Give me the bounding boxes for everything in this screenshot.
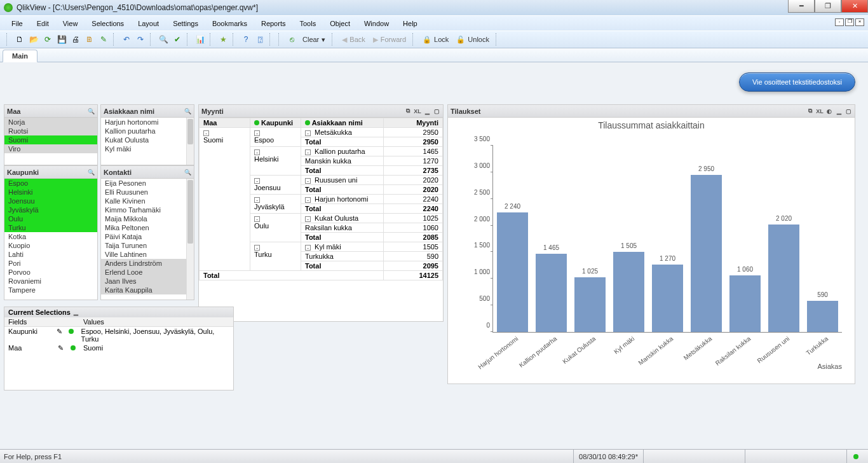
menu-bookmarks[interactable]: Bookmarks [207, 18, 252, 29]
edit-script-icon[interactable]: ✎ [98, 34, 109, 45]
pivot-myynti[interactable]: Myynti ⧉ XL ▁ ▢ Maa Kaupunki Asiakkaan n… [198, 104, 444, 322]
help-icon[interactable]: ? [240, 34, 252, 45]
menu-window[interactable]: Window [359, 18, 394, 29]
chart-bar[interactable]: 2 240 Harjun hortonomi [493, 146, 532, 332]
menu-layout[interactable]: Layout [133, 18, 164, 29]
search-icon[interactable]: 🔍 [158, 34, 169, 45]
list-item[interactable]: Kallion puutarha [101, 127, 194, 135]
collapse-icon[interactable]: - [203, 130, 209, 136]
xl-export-icon[interactable]: XL [816, 107, 824, 115]
menu-object[interactable]: Object [325, 18, 355, 29]
search-icon[interactable]: 🔍 [87, 169, 95, 176]
maximize-icon[interactable]: ▢ [844, 107, 852, 115]
export-addresses-button[interactable]: Vie osoitteet tekstitiedostoksi [739, 73, 855, 92]
collapse-icon[interactable]: - [305, 178, 311, 184]
list-item[interactable]: Kotka [4, 232, 97, 241]
detach-icon[interactable]: ⧉ [806, 107, 814, 115]
new-file-icon[interactable]: 🗋 [14, 34, 25, 45]
collapse-icon[interactable]: - [305, 216, 311, 222]
list-item[interactable]: Kukat Oulusta [101, 135, 194, 144]
collapse-icon[interactable]: - [254, 245, 260, 251]
collapse-icon[interactable]: - [254, 149, 260, 155]
list-item[interactable]: Kyl mäki [101, 144, 194, 153]
selection-check-icon[interactable]: ✔ [172, 34, 183, 45]
mdi-restore-button[interactable]: ❐ [845, 18, 854, 26]
list-item[interactable]: Espoo [4, 179, 97, 188]
chart-bar[interactable]: 1 505 Kyl mäki [609, 146, 648, 332]
list-item[interactable]: Taija Turunen [101, 241, 194, 250]
redo-icon[interactable]: ↷ [135, 34, 146, 45]
chart-bar[interactable]: 2 020 Ruususen uni [764, 146, 803, 332]
clear-all-icon[interactable]: ⎋ [286, 34, 297, 45]
list-item[interactable]: Joensuu [4, 197, 97, 205]
list-item[interactable]: Kalle Kivinen [101, 197, 194, 205]
list-item[interactable]: Ville Lahtinen [101, 250, 194, 259]
chart-bar[interactable]: 590 Turkukka [803, 146, 842, 332]
listbox-kontakti[interactable]: Kontakti🔍 Eija PesonenElli RuusunenKalle… [100, 165, 194, 300]
window-maximize-button[interactable]: ❐ [815, 0, 841, 13]
window-close-button[interactable]: ✕ [841, 0, 868, 13]
list-item[interactable]: Ruotsi [4, 127, 97, 135]
collapse-icon[interactable]: - [305, 245, 311, 251]
save-icon[interactable]: 💾 [56, 34, 67, 45]
minimize-icon[interactable]: ▁ [423, 107, 431, 115]
collapse-icon[interactable]: - [305, 130, 311, 136]
list-item[interactable]: Viro [4, 144, 97, 153]
listbox-kaupunki[interactable]: Kaupunki🔍 EspooHelsinkiJoensuuJyväskyläO… [4, 165, 98, 300]
refresh-icon[interactable]: ⟳ [42, 34, 53, 45]
scrollbar[interactable] [186, 179, 194, 300]
chart-tilaukset[interactable]: Tilaukset ⧉ XL ◐ ▁ ▢ Tilaussummat asiakk… [447, 104, 855, 384]
list-item[interactable]: Maija Mikkola [101, 214, 194, 223]
list-item[interactable]: Helsinki [4, 188, 97, 197]
list-item[interactable]: Eija Pesonen [101, 179, 194, 188]
eraser-icon[interactable]: ✎ [57, 328, 62, 335]
list-item[interactable]: Rovaniemi [4, 277, 97, 286]
list-item[interactable]: Karita Kauppila [101, 286, 194, 294]
chart-bar[interactable]: 1 025 Kukat Oulusta [571, 146, 609, 332]
mdi-minimize-button[interactable]: - [835, 18, 844, 26]
unlock-button[interactable]: 🔓Unlock [452, 34, 493, 45]
collapse-icon[interactable]: - [254, 216, 260, 222]
collapse-icon[interactable]: - [254, 197, 260, 203]
tab-main[interactable]: Main [3, 50, 37, 62]
print-preview-icon[interactable]: 🗎 [84, 34, 95, 45]
maximize-icon[interactable]: ▢ [433, 107, 440, 115]
list-item[interactable]: Harjun hortonomi [101, 118, 194, 127]
menu-help[interactable]: Help [398, 18, 423, 29]
undo-icon[interactable]: ↶ [121, 34, 132, 45]
forward-button[interactable]: ▶Forward [369, 34, 410, 45]
menu-edit[interactable]: Edit [32, 18, 54, 29]
menu-settings[interactable]: Settings [168, 18, 203, 29]
fast-change-icon[interactable]: ◐ [825, 107, 833, 115]
scrollbar[interactable] [186, 118, 194, 165]
clear-button[interactable]: Clear ▾ [299, 34, 329, 45]
listbox-maa[interactable]: Maa🔍 NorjaRuotsiSuomiViro [4, 104, 98, 165]
list-item[interactable]: Porvoo [4, 268, 97, 277]
collapse-icon[interactable]: - [254, 130, 260, 136]
list-item[interactable]: Mika Peltonen [101, 223, 194, 232]
collapse-icon[interactable]: - [254, 178, 260, 184]
list-item[interactable]: Anders Lindrström [101, 259, 194, 268]
list-item[interactable]: Lahti [4, 250, 97, 259]
chart-bar[interactable]: 2 950 Metsäkukka [687, 146, 726, 332]
list-item[interactable]: Oulu [4, 214, 97, 223]
list-item[interactable]: Tampere [4, 286, 97, 294]
list-item[interactable]: Kimmo Tarhamäki [101, 205, 194, 214]
menu-file[interactable]: File [6, 18, 28, 29]
whats-this-icon[interactable]: ⍰ [254, 34, 266, 45]
menu-reports[interactable]: Reports [256, 18, 291, 29]
pivot-table[interactable]: Maa Kaupunki Asiakkaan nimi Myynti -Suom… [199, 118, 443, 280]
chart-bar[interactable]: 1 465 Kallion puutarha [532, 146, 571, 332]
lock-button[interactable]: 🔒Lock [419, 34, 452, 45]
bookmark-add-icon[interactable]: ★ [217, 34, 229, 45]
back-button[interactable]: ◀Back [338, 34, 369, 45]
minimize-icon[interactable]: ▁ [72, 308, 80, 316]
collapse-icon[interactable]: - [305, 197, 311, 203]
window-minimize-button[interactable]: ━ [788, 0, 815, 13]
search-icon[interactable]: 🔍 [87, 107, 95, 115]
mdi-close-button[interactable]: × [855, 18, 864, 26]
eraser-icon[interactable]: ✎ [58, 344, 64, 352]
list-item[interactable]: Suomi [4, 135, 97, 144]
print-icon[interactable]: 🖨 [70, 34, 81, 45]
collapse-icon[interactable]: - [305, 149, 311, 155]
